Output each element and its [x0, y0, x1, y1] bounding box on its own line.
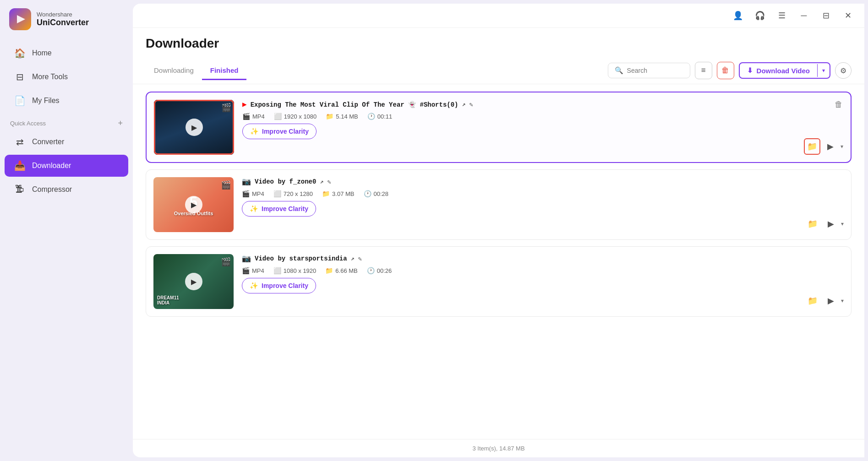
- play-overlay-1[interactable]: ▶: [154, 100, 234, 155]
- video-title-3: 📷 Video by starsportsindia ↗ ✎: [242, 254, 844, 263]
- download-icon: ⬇: [747, 66, 753, 75]
- converter-icon: ⇄: [14, 136, 26, 147]
- resolution-value-3: 1080 x 1920: [284, 267, 317, 274]
- play-button-1[interactable]: ▶: [186, 119, 203, 136]
- external-link-icon-2[interactable]: ↗: [320, 178, 323, 185]
- meta-size-2: 📁 3.07 MB: [322, 190, 354, 197]
- meta-size-3: 📁 6.66 MB: [325, 267, 357, 274]
- edit-icon-1[interactable]: ✎: [469, 101, 473, 108]
- video-meta-2: 🎬 MP4 ⬜ 720 x 1280 📁 3.07 MB 🕐 00:28: [242, 190, 844, 197]
- folder-icon-1: 📁: [326, 113, 333, 120]
- export-button-2[interactable]: ▶: [823, 216, 839, 232]
- settings-button[interactable]: ⚙: [835, 62, 852, 79]
- sort-button[interactable]: ≡: [695, 62, 712, 79]
- downloader-icon: 📥: [14, 160, 26, 171]
- folder-icon-2: 📁: [322, 190, 330, 197]
- folder-icon-3: 📁: [325, 267, 333, 274]
- meta-resolution-1: ⬜ 1920 x 1080: [274, 113, 317, 120]
- video-file-icon-2: 🎬: [242, 190, 250, 197]
- close-icon[interactable]: ✕: [840, 7, 856, 24]
- sidebar-item-converter[interactable]: ⇄ Converter: [5, 131, 128, 153]
- format-value-1: MP4: [252, 113, 265, 120]
- quick-access-add-button[interactable]: +: [118, 119, 123, 127]
- meta-duration-3: 🕐 00:26: [367, 267, 392, 274]
- video-title-text-2: Video by f_zone0: [255, 178, 316, 185]
- improve-label-1: Improve Clarity: [262, 128, 309, 135]
- size-value-2: 3.07 MB: [332, 190, 354, 197]
- sidebar-item-label-downloader: Downloader: [32, 162, 71, 170]
- video-meta-1: 🎬 MP4 ⬜ 1920 x 1080 📁 5.14 MB 🕐 00:11: [242, 113, 843, 120]
- logo-icon: [9, 8, 31, 30]
- thumbnail-3[interactable]: DREAM11INDIA 🎬 ▶: [153, 254, 234, 309]
- export-button-3[interactable]: ▶: [823, 293, 839, 309]
- account-icon[interactable]: 👤: [730, 7, 746, 24]
- video-file-icon-3: 🎬: [242, 267, 250, 274]
- meta-size-1: 📁 5.14 MB: [326, 113, 358, 120]
- sidebar-item-more-tools[interactable]: ⊟ More Tools: [5, 66, 128, 88]
- headset-icon[interactable]: 🎧: [752, 7, 768, 24]
- download-video-main-button[interactable]: ⬇ Download Video: [740, 63, 817, 78]
- restore-icon[interactable]: ⊟: [818, 7, 834, 24]
- toolbar: 🔍 ≡ 🗑 ⬇ Download Video ▾ ⚙: [608, 57, 852, 84]
- action-row-3: 📁 ▶ ▾: [804, 293, 844, 309]
- edit-icon-2[interactable]: ✎: [327, 178, 331, 186]
- video-info-3: 📷 Video by starsportsindia ↗ ✎ 🎬 MP4 ⬜ 1…: [242, 254, 844, 293]
- delete-all-button[interactable]: 🗑: [717, 62, 734, 79]
- play-overlay-2[interactable]: ▶: [153, 177, 234, 232]
- open-folder-button-3[interactable]: 📁: [804, 293, 821, 309]
- menu-icon[interactable]: ☰: [774, 7, 790, 24]
- resolution-icon-1: ⬜: [274, 113, 282, 120]
- play-button-2[interactable]: ▶: [185, 196, 202, 213]
- play-button-3[interactable]: ▶: [185, 273, 202, 290]
- meta-format-1: 🎬 MP4: [242, 113, 265, 120]
- content-area: 🎬 ▶ ▶ Exposing The Most Viral Clip Of Th…: [133, 84, 864, 439]
- my-files-icon: 📄: [14, 95, 26, 106]
- video-title-text-1: Exposing The Most Viral Clip Of The Year…: [251, 101, 459, 108]
- open-folder-button-2[interactable]: 📁: [804, 216, 821, 232]
- improve-label-2: Improve Clarity: [262, 205, 308, 212]
- sort-icon: ≡: [701, 66, 706, 75]
- sidebar-item-home[interactable]: 🏠 Home: [5, 42, 128, 64]
- download-video-dropdown-button[interactable]: ▾: [817, 64, 830, 77]
- play-overlay-3[interactable]: ▶: [153, 254, 234, 309]
- action-chevron-2[interactable]: ▾: [841, 221, 844, 227]
- quick-access-section: Quick Access +: [0, 113, 133, 130]
- video-title-text-3: Video by starsportsindia: [255, 255, 347, 262]
- video-title-2: 📷 Video by f_zone0 ↗ ✎: [242, 177, 844, 186]
- video-info-1: ▶ Exposing The Most Viral Clip Of The Ye…: [242, 100, 843, 139]
- sidebar: Wondershare UniConverter 🏠 Home ⊟ More T…: [0, 0, 133, 461]
- video-meta-3: 🎬 MP4 ⬜ 1080 x 1920 📁 6.66 MB 🕐 00:26: [242, 267, 844, 274]
- export-button-1[interactable]: ▶: [822, 138, 839, 155]
- logo-area: Wondershare UniConverter: [0, 0, 133, 41]
- sidebar-item-my-files[interactable]: 📄 My Files: [5, 90, 128, 112]
- action-chevron-1[interactable]: ▾: [841, 143, 843, 150]
- improve-clarity-button-1[interactable]: ✨ Improve Clarity: [242, 124, 317, 139]
- thumbnail-1[interactable]: 🎬 ▶: [154, 100, 234, 155]
- action-chevron-3[interactable]: ▾: [841, 298, 844, 304]
- external-link-icon-1[interactable]: ↗: [462, 101, 466, 108]
- tab-downloading[interactable]: Downloading: [146, 62, 202, 80]
- minimize-icon[interactable]: ─: [796, 7, 812, 24]
- open-folder-button-1[interactable]: 📁: [804, 138, 820, 155]
- instagram-icon-3: 📷: [242, 254, 251, 263]
- topbar: 👤 🎧 ☰ ─ ⊟ ✕: [133, 4, 864, 28]
- tab-finished[interactable]: Finished: [202, 62, 247, 80]
- sidebar-item-label-compressor: Compressor: [32, 185, 72, 194]
- sidebar-item-compressor[interactable]: 🗜 Compressor: [5, 179, 128, 200]
- search-box[interactable]: 🔍: [608, 63, 690, 78]
- external-link-icon-3[interactable]: ↗: [351, 255, 355, 262]
- improve-clarity-button-2[interactable]: ✨ Improve Clarity: [242, 201, 316, 217]
- improve-clarity-button-3[interactable]: ✨ Improve Clarity: [242, 278, 316, 293]
- delete-button-1[interactable]: 🗑: [831, 97, 846, 112]
- search-icon: 🔍: [615, 66, 623, 75]
- page-header: Downloader: [133, 28, 864, 57]
- clock-icon-1: 🕐: [367, 113, 375, 120]
- sidebar-item-downloader[interactable]: 📥 Downloader: [5, 155, 128, 177]
- edit-icon-3[interactable]: ✎: [358, 255, 361, 263]
- thumbnail-2[interactable]: 5 Oversied Outfits 🎬 ▶: [153, 177, 234, 232]
- search-input[interactable]: [627, 67, 683, 74]
- duration-value-2: 00:28: [374, 190, 389, 197]
- video-info-2: 📷 Video by f_zone0 ↗ ✎ 🎬 MP4 ⬜ 720 x 128…: [242, 177, 844, 217]
- improve-label-3: Improve Clarity: [262, 282, 308, 289]
- logo-product: UniConverter: [37, 18, 89, 27]
